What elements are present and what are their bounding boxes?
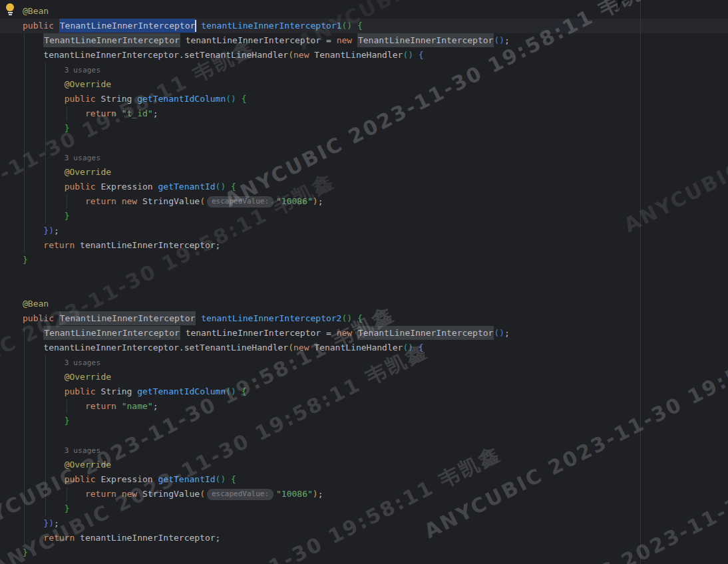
code-token xyxy=(23,445,65,455)
highlighted-identifier: TenantLineInnerInterceptor xyxy=(43,326,180,340)
code-token: } xyxy=(23,547,28,557)
code-token: getTenantIdColumn xyxy=(137,386,226,396)
code-token: public xyxy=(23,313,54,323)
code-line-28: return "name"; xyxy=(23,399,510,414)
code-token xyxy=(23,123,65,133)
code-token: tenantLineInnerInterceptor1 xyxy=(201,21,341,31)
code-token: "t_id" xyxy=(122,108,153,118)
code-token: tenantLineInnerInterceptor = xyxy=(180,35,337,45)
code-token: new xyxy=(293,343,309,352)
code-token xyxy=(23,503,65,513)
code-line-7: public String getTenantIdColumn() { xyxy=(23,92,510,106)
code-token: return xyxy=(85,108,116,118)
code-line-16: }); xyxy=(23,223,510,238)
code-token: tenantLineInnerInterceptor2 xyxy=(201,313,341,323)
code-token xyxy=(226,182,231,192)
code-lines[interactable]: @Beanpublic TenantLineInnerInterceptor t… xyxy=(23,4,510,560)
code-token xyxy=(23,225,43,235)
code-line-38: } xyxy=(23,545,510,560)
bulb-base xyxy=(9,14,12,15)
code-token xyxy=(352,328,357,338)
code-token xyxy=(23,79,65,89)
code-token: { xyxy=(231,182,236,192)
code-token: new xyxy=(337,35,352,45)
code-token xyxy=(23,372,65,382)
selected-text: TenantLineInnerInterceptor xyxy=(59,19,196,33)
code-line-12: @Override xyxy=(23,165,510,180)
code-editor[interactable]: @Beanpublic TenantLineInnerInterceptor t… xyxy=(0,0,728,564)
intention-bulb-icon[interactable] xyxy=(5,3,15,15)
watermark-text: ANYCUBIC 2023-11-30 19:58:11 韦凯鑫 xyxy=(496,399,728,564)
code-token xyxy=(23,35,43,45)
right-margin-ruler xyxy=(640,0,641,564)
code-line-11: 3 usages xyxy=(23,150,510,165)
code-token: ; xyxy=(504,328,510,338)
code-line-30 xyxy=(23,428,510,443)
code-token: public xyxy=(65,474,96,484)
code-token xyxy=(23,533,43,543)
code-token: () xyxy=(341,313,352,323)
code-token xyxy=(196,313,201,323)
code-token xyxy=(23,94,65,104)
code-line-14: return new StringValue(escapedValue:"100… xyxy=(23,194,510,209)
highlighted-identifier: TenantLineInnerInterceptor xyxy=(357,326,494,340)
code-token: ; xyxy=(318,196,323,206)
code-line-5: 3 usages xyxy=(23,63,510,77)
code-line-9: } xyxy=(23,121,510,136)
code-token: tenantLineInnerInterceptor.setTenantLine… xyxy=(23,50,288,60)
code-token: ; xyxy=(54,225,59,235)
code-token xyxy=(23,489,85,499)
code-token xyxy=(23,167,65,177)
code-token: StringValue xyxy=(137,489,200,499)
code-token: () xyxy=(403,50,413,60)
code-token: "10086" xyxy=(276,489,313,499)
code-token xyxy=(23,460,65,470)
code-token: } xyxy=(23,255,28,265)
usages-hint: 3 usages xyxy=(65,358,101,367)
code-token: ; xyxy=(318,489,323,499)
code-token xyxy=(352,313,357,323)
code-token: ; xyxy=(153,401,158,411)
code-token: { xyxy=(242,94,247,104)
code-token: Expression xyxy=(96,182,158,192)
code-line-35: } xyxy=(23,501,510,516)
code-token xyxy=(54,313,59,323)
code-token: ) xyxy=(313,196,318,206)
code-token xyxy=(23,240,43,250)
usages-hint: 3 usages xyxy=(65,446,101,455)
usages-hint: 3 usages xyxy=(65,66,101,74)
code-token xyxy=(352,21,357,31)
code-token: public xyxy=(65,94,96,104)
code-line-21: @Bean xyxy=(23,297,510,311)
code-token: } xyxy=(43,225,49,235)
code-token: } xyxy=(65,416,70,426)
code-token: @Override xyxy=(65,372,111,382)
code-token: "10086" xyxy=(276,196,313,206)
code-line-3: TenantLineInnerInterceptor tenantLineInn… xyxy=(23,33,510,48)
code-token xyxy=(23,182,65,192)
code-token: String xyxy=(96,386,138,396)
code-token: () xyxy=(341,21,352,31)
usages-hint: 3 usages xyxy=(65,154,101,162)
code-token: @Bean xyxy=(23,299,49,309)
code-token xyxy=(116,401,122,411)
code-line-17: return tenantLineInnerInterceptor; xyxy=(23,238,510,253)
code-token: () xyxy=(216,182,226,192)
code-token: getTenantIdColumn xyxy=(137,94,226,104)
code-token: { xyxy=(419,343,424,352)
code-token xyxy=(23,65,65,74)
bulb-base xyxy=(8,12,13,13)
code-token: new xyxy=(293,50,309,60)
code-token: } xyxy=(65,503,70,513)
code-token: { xyxy=(242,386,247,396)
code-token xyxy=(236,94,242,104)
code-token: @Bean xyxy=(23,6,49,16)
code-token: () xyxy=(216,474,226,484)
code-line-26: @Override xyxy=(23,370,510,384)
bulb-head xyxy=(6,3,14,11)
code-token: tenantLineInnerInterceptor; xyxy=(75,240,220,250)
code-token: TenantLineHandler xyxy=(309,50,403,60)
code-token xyxy=(226,474,231,484)
code-line-18: } xyxy=(23,253,510,267)
code-token: () xyxy=(226,94,236,104)
